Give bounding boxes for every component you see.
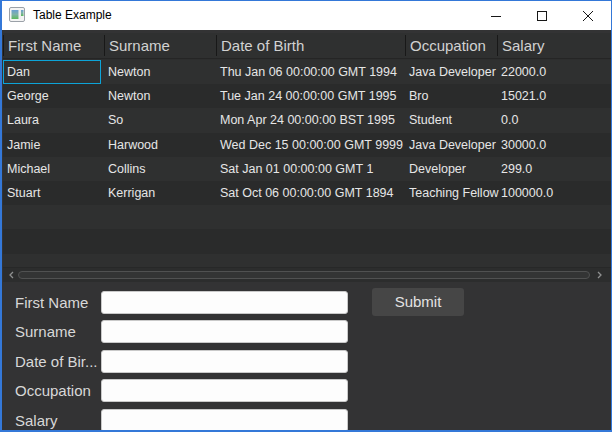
table-cell: [104, 254, 216, 268]
table-cell[interactable]: Student: [405, 108, 497, 132]
table-cell: [216, 254, 405, 268]
table-cell: [405, 229, 497, 253]
column-header-first-name[interactable]: First Name: [3, 33, 104, 58]
data-table: First NameSurnameDate of BirthOccupation…: [3, 33, 611, 282]
content-pane: First NameSurnameDate of BirthOccupation…: [2, 30, 611, 430]
form-input-salary[interactable]: [101, 409, 348, 432]
table-cell[interactable]: George: [3, 84, 104, 108]
table-cell[interactable]: Bro: [405, 84, 497, 108]
app-window: Table Example First NameSurname: [0, 0, 612, 432]
table-cell[interactable]: Sat Oct 06 00:00:00 GMT 1894: [216, 181, 405, 205]
table-cell[interactable]: Java Developer: [405, 60, 497, 84]
table-cell: [405, 254, 497, 268]
table-cell[interactable]: Kerrigan: [104, 181, 216, 205]
table-cell: [216, 205, 405, 229]
table-row[interactable]: StuartKerriganSat Oct 06 00:00:00 GMT 18…: [3, 181, 611, 205]
form-input-date-of-bir-[interactable]: [101, 350, 348, 373]
table-cell: [497, 229, 611, 253]
table-cell[interactable]: Mon Apr 24 00:00:00 BST 1995: [216, 108, 405, 132]
table-cell[interactable]: Tue Jan 24 00:00:00 GMT 1995: [216, 84, 405, 108]
column-header-surname[interactable]: Surname: [104, 33, 216, 58]
minimize-icon: [490, 10, 502, 22]
scroll-left-button[interactable]: [4, 268, 18, 282]
table-row[interactable]: GeorgeNewtonTue Jan 24 00:00:00 GMT 1995…: [3, 84, 611, 108]
maximize-icon: [536, 10, 548, 22]
table-header-row: First NameSurnameDate of BirthOccupation…: [3, 33, 611, 59]
column-header-salary[interactable]: Salary: [497, 33, 611, 58]
table-cell[interactable]: Java Developer: [405, 133, 497, 157]
scroll-right-button[interactable]: [592, 268, 606, 282]
table-cell: [3, 229, 104, 253]
table-cell[interactable]: So: [104, 108, 216, 132]
submit-button[interactable]: Submit: [372, 288, 464, 316]
scrollbar-thumb[interactable]: [18, 271, 590, 279]
table-cell[interactable]: 22000.0: [497, 60, 611, 84]
window-title: Table Example: [33, 1, 112, 30]
table-cell[interactable]: 30000.0: [497, 133, 611, 157]
table-cell: [497, 205, 611, 229]
form-label-date-of-bir-: Date of Bir...: [15, 350, 99, 373]
form-label-salary: Salary: [15, 409, 99, 432]
table-row[interactable]: JamieHarwoodWed Dec 15 00:00:00 GMT 9999…: [3, 133, 611, 157]
table-cell: [104, 229, 216, 253]
table-cell[interactable]: 15021.0: [497, 84, 611, 108]
table-cell[interactable]: 0.0: [497, 108, 611, 132]
table-cell[interactable]: Developer: [405, 157, 497, 181]
table-cell: [3, 205, 104, 229]
table-cell[interactable]: Jamie: [3, 133, 104, 157]
table-cell: [405, 205, 497, 229]
form-input-occupation[interactable]: [101, 379, 348, 402]
table-cell[interactable]: 100000.0: [497, 181, 611, 205]
table-body: DanNewtonThu Jan 06 00:00:00 GMT 1994Jav…: [3, 60, 611, 267]
table-row[interactable]: DanNewtonThu Jan 06 00:00:00 GMT 1994Jav…: [3, 60, 611, 84]
titlebar[interactable]: Table Example: [2, 1, 611, 30]
table-cell: [104, 205, 216, 229]
table-empty-row: [3, 254, 611, 268]
table-cell[interactable]: Dan: [3, 60, 104, 84]
table-cell[interactable]: 299.0: [497, 157, 611, 181]
table-row[interactable]: LauraSoMon Apr 24 00:00:00 BST 1995Stude…: [3, 108, 611, 132]
table-cell[interactable]: Teaching Fellow: [405, 181, 497, 205]
close-button[interactable]: [565, 1, 611, 30]
table-cell[interactable]: Wed Dec 15 00:00:00 GMT 9999: [216, 133, 405, 157]
table-empty-row: [3, 205, 611, 229]
form-label-occupation: Occupation: [15, 379, 99, 402]
app-icon: [9, 7, 25, 22]
table-cell[interactable]: Collins: [104, 157, 216, 181]
chevron-right-icon: [596, 271, 603, 279]
table-cell: [216, 229, 405, 253]
maximize-button[interactable]: [519, 1, 565, 30]
form-label-first-name: First Name: [15, 291, 99, 314]
column-header-occupation[interactable]: Occupation: [405, 33, 497, 58]
minimize-button[interactable]: [473, 1, 519, 30]
table-row[interactable]: MichaelCollinsSat Jan 01 00:00:00 GMT 1D…: [3, 157, 611, 181]
table-cell[interactable]: Newton: [104, 60, 216, 84]
table-cell[interactable]: Laura: [3, 108, 104, 132]
close-icon: [582, 10, 594, 22]
table-empty-row: [3, 229, 611, 253]
form-input-first-name[interactable]: [101, 291, 348, 314]
chevron-left-icon: [8, 271, 15, 279]
table-cell[interactable]: Newton: [104, 84, 216, 108]
table-cell[interactable]: Thu Jan 06 00:00:00 GMT 1994: [216, 60, 405, 84]
table-cell: [3, 254, 104, 268]
horizontal-scrollbar[interactable]: [3, 267, 611, 282]
table-cell[interactable]: Stuart: [3, 181, 104, 205]
window-controls: [473, 1, 611, 30]
table-cell: [497, 254, 611, 268]
form-input-surname[interactable]: [101, 320, 348, 343]
form-label-surname: Surname: [15, 320, 99, 343]
table-cell[interactable]: Sat Jan 01 00:00:00 GMT 1: [216, 157, 405, 181]
table-cell[interactable]: Harwood: [104, 133, 216, 157]
column-header-date-of-birth[interactable]: Date of Birth: [216, 33, 405, 58]
table-cell[interactable]: Michael: [3, 157, 104, 181]
